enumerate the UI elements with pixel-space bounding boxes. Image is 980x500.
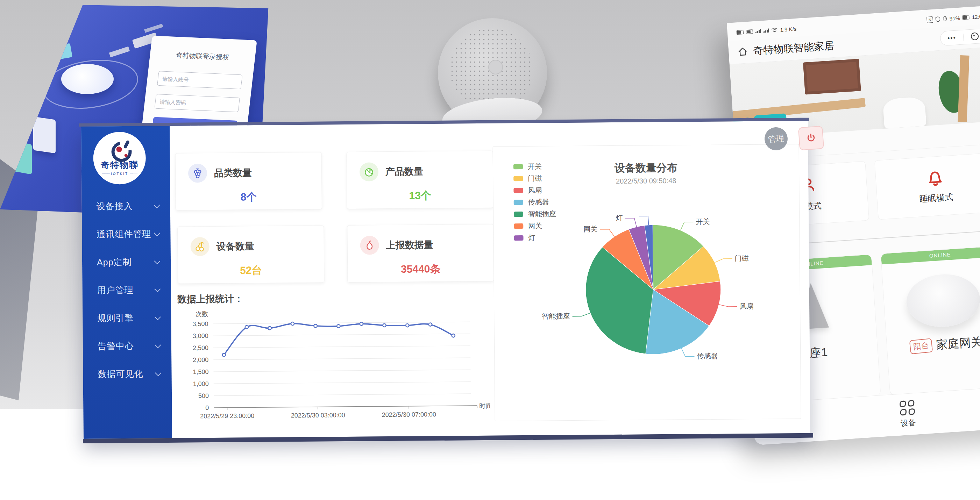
chevron-down-icon [154, 314, 161, 320]
svg-text:2,000: 2,000 [193, 356, 208, 363]
svg-text:2,500: 2,500 [193, 344, 208, 351]
svg-text:2022/5/29 23:00:00: 2022/5/29 23:00:00 [200, 412, 254, 419]
stat-card-reported-data: 上报数据量 35440条 [347, 224, 494, 283]
chevron-down-icon [154, 286, 161, 292]
logo-subtitle: IOTKIT [101, 171, 138, 176]
power-icon [805, 133, 817, 144]
white-chair [883, 97, 926, 129]
stat-value: 35440条 [348, 262, 493, 277]
legend-swatch [514, 200, 523, 205]
sidebar-item-app-custom[interactable]: App定制 [82, 248, 171, 276]
ladder-shelf [958, 55, 969, 122]
grapes-icon [188, 163, 207, 183]
stat-value: 52台 [178, 263, 324, 278]
stat-label: 设备数量 [216, 240, 254, 253]
svg-text:开关: 开关 [696, 218, 710, 225]
chevron-down-icon [154, 258, 160, 264]
chevron-down-icon [154, 341, 161, 348]
svg-text:2022/5/30 07:00:00: 2022/5/30 07:00:00 [382, 411, 436, 418]
legend-item-switch[interactable]: 开关 [514, 160, 556, 172]
legend-item-door-sensor[interactable]: 门磁 [514, 172, 556, 184]
sidebar-item-comm-components[interactable]: 通讯组件管理 [82, 219, 171, 248]
cherries-icon [190, 237, 209, 256]
iot-dashboard-window: 奇特物聯 IOTKIT 设备接入 通讯组件管理 App定制 用户管理 规则引擎 … [81, 121, 810, 439]
chevron-down-icon [154, 202, 160, 208]
shield-icon [935, 16, 941, 22]
online-badge: ONLINE [881, 246, 980, 264]
svg-text:3,500: 3,500 [192, 320, 208, 327]
svg-text:1,500: 1,500 [193, 368, 208, 375]
report-line-chart: 05001,0001,5002,0002,5003,0003,500次数时间20… [175, 307, 490, 430]
pie-legend: 开关 门磁 风扇 传感器 智能插座 网关 灯 [514, 160, 557, 244]
stat-label: 品类数量 [214, 167, 252, 179]
more-menu-icon[interactable]: ••• [940, 33, 964, 42]
legend-swatch [514, 224, 523, 229]
legend-item-light[interactable]: 灯 [514, 232, 556, 244]
sidebar-item-rule-engine[interactable]: 规则引擎 [83, 303, 171, 332]
gateway-device-card[interactable]: ONLINE 阳台 家庭网关 [881, 246, 980, 396]
vibrate-icon [943, 16, 947, 22]
svg-text:智能插座: 智能插座 [542, 312, 570, 320]
line-chart-title: 数据上报统计： [177, 292, 243, 305]
legend-item-gateway[interactable]: 网关 [514, 219, 556, 232]
device-name: 座1 [809, 344, 828, 361]
legend-swatch [514, 211, 523, 217]
sidebar-menu: 设备接入 通讯组件管理 App定制 用户管理 规则引擎 告警中心 数据可见化 [81, 192, 171, 388]
legend-swatch [514, 235, 523, 241]
stat-value: 13个 [347, 188, 493, 203]
svg-text:传感器: 传感器 [697, 352, 718, 360]
stat-card-categories: 品类数量 8个 [175, 152, 322, 211]
stat-label: 上报数据量 [386, 238, 433, 251]
stat-card-products: 产品数量 13个 [347, 151, 493, 209]
divider [793, 230, 980, 244]
legend-item-sensor[interactable]: 传感器 [514, 196, 556, 208]
svg-text:500: 500 [198, 392, 209, 399]
chevron-down-icon [155, 370, 161, 376]
svg-text:1,000: 1,000 [193, 381, 209, 387]
tab-devices[interactable]: 设备 [899, 400, 916, 429]
smart-speaker-photo [438, 18, 547, 127]
account-input[interactable] [157, 71, 243, 89]
battery-icon [962, 15, 969, 19]
power-button[interactable] [798, 126, 824, 151]
svg-text:时间: 时间 [479, 402, 490, 410]
stat-value: 8个 [176, 189, 321, 205]
sidebar-item-device-access[interactable]: 设备接入 [81, 192, 170, 220]
grid-icon [900, 400, 915, 416]
svg-text:灯: 灯 [616, 214, 622, 222]
dashboard-content: 品类数量 8个 产品数量 13个 设备数量 [170, 121, 810, 438]
room-tag: 阳台 [909, 338, 933, 354]
sidebar-item-data-visualization[interactable]: 数据可见化 [83, 359, 172, 388]
tab-devices-label: 设备 [900, 417, 916, 429]
pie-chart-card: 设备数量分布 2022/5/30 09:50:48 开关 门磁 风扇 传感器 智… [492, 144, 801, 421]
sidebar-item-alarm-center[interactable]: 告警中心 [83, 332, 172, 360]
stat-card-devices: 设备数量 52台 [177, 225, 324, 284]
svg-text:门磁: 门磁 [735, 254, 749, 262]
stage: 奇特物联登录授权 登录 1.9 K/s N 91% [0, 0, 980, 500]
legend-item-fan[interactable]: 风扇 [514, 184, 556, 196]
speaker-logo [488, 60, 503, 75]
wall-art [803, 59, 861, 94]
svg-text:2022/5/30 03:00:00: 2022/5/30 03:00:00 [291, 411, 345, 419]
password-input[interactable] [154, 94, 240, 112]
logo: 奇特物聯 IOTKIT [93, 132, 146, 185]
sim2-battery-icon [746, 29, 753, 34]
nfc-icon: N [926, 16, 933, 23]
pear-icon [360, 236, 379, 254]
bell-icon [925, 168, 945, 188]
legend-swatch [514, 188, 523, 193]
svg-text:网关: 网关 [583, 225, 597, 233]
legend-item-smart-socket[interactable]: 智能插座 [514, 208, 556, 220]
device-name: 家庭网关 [935, 334, 980, 353]
home-icon[interactable] [738, 46, 748, 57]
close-circle-icon[interactable] [963, 32, 980, 41]
kiosk-illustration [33, 117, 56, 154]
sleep-mode-label: 睡眠模式 [919, 191, 953, 205]
sleep-mode-card[interactable]: 睡眠模式 [874, 152, 980, 219]
gateway-device-image [905, 272, 980, 329]
sidebar-item-user-mgmt[interactable]: 用户管理 [82, 276, 171, 304]
signal-bars-icon-2 [763, 28, 769, 33]
svg-text:风扇: 风扇 [740, 302, 754, 310]
sim1-battery-icon [736, 30, 744, 35]
stat-label: 产品数量 [385, 165, 423, 178]
